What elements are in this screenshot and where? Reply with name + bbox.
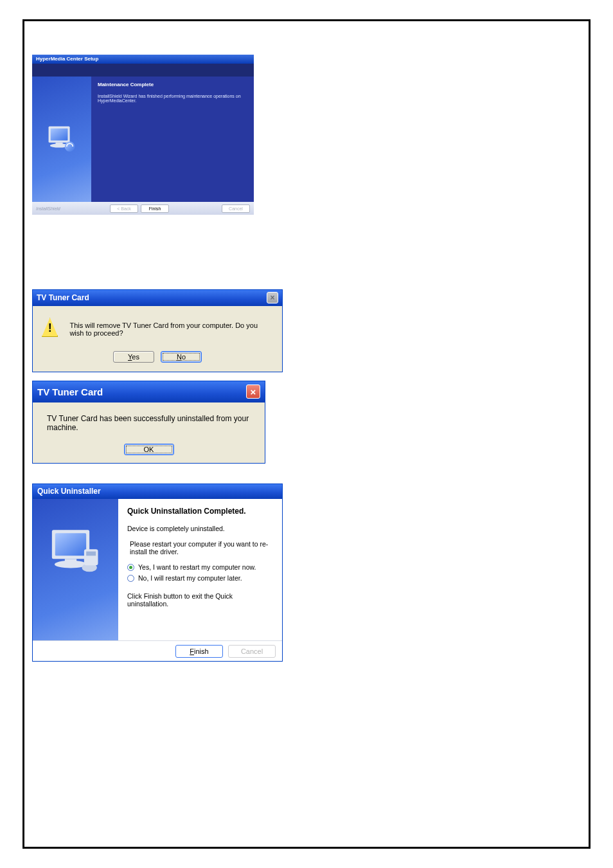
dialog4-line1: Device is completely uninstalled. bbox=[127, 525, 273, 532]
finish-button[interactable]: Finish bbox=[141, 204, 169, 213]
svg-rect-6 bbox=[55, 533, 86, 556]
radio-checked-icon bbox=[127, 564, 134, 571]
dialog1-banner bbox=[32, 64, 254, 77]
no-button[interactable]: No bbox=[161, 351, 202, 363]
cancel-button: Cancel bbox=[228, 645, 276, 658]
cancel-button: Cancel bbox=[222, 204, 250, 213]
dialog1-title: HyperMedia Center Setup bbox=[32, 55, 254, 64]
hypermedia-setup-dialog: HyperMedia Center Setup Maintenance Comp… bbox=[32, 55, 254, 215]
dialog2-title: TV Tuner Card bbox=[37, 293, 89, 302]
svg-rect-11 bbox=[86, 552, 96, 556]
radio-unchecked-icon bbox=[127, 575, 134, 582]
dialog3-title: TV Tuner Card bbox=[37, 386, 103, 397]
dialog3-message: TV Tuner Card has been successfully unin… bbox=[42, 414, 256, 432]
dialog4-side-graphic bbox=[33, 499, 118, 640]
dialog4-line2: Please restart your computer if you want… bbox=[127, 540, 273, 556]
tv-tuner-confirm-dialog: TV Tuner Card × ! This will remove TV Tu… bbox=[32, 289, 283, 372]
restart-later-radio[interactable]: No, I will restart my computer later. bbox=[127, 574, 273, 582]
quick-uninstaller-dialog: Quick Uninstaller Quick Uninstallation C… bbox=[32, 484, 283, 662]
ok-button[interactable]: OK bbox=[124, 444, 174, 455]
computer-icon bbox=[46, 125, 78, 154]
dialog1-body-text: InstallShield Wizard has finished perfor… bbox=[98, 94, 247, 103]
yes-button[interactable]: Yes bbox=[113, 351, 154, 363]
svg-point-8 bbox=[55, 561, 87, 568]
close-icon[interactable]: × bbox=[246, 384, 260, 399]
dialog1-side-graphic bbox=[32, 77, 91, 202]
dialog4-line3: Click Finish button to exit the Quick un… bbox=[127, 592, 273, 608]
quick-uninstall-heading: Quick Uninstallation Completed. bbox=[127, 507, 273, 516]
dialog4-title: Quick Uninstaller bbox=[37, 487, 101, 496]
svg-rect-1 bbox=[51, 128, 68, 140]
computer-icon bbox=[48, 528, 103, 579]
installshield-brand: InstallShield bbox=[36, 206, 60, 211]
back-button: < Back bbox=[110, 204, 138, 213]
maintenance-complete-heading: Maintenance Complete bbox=[98, 82, 247, 87]
svg-point-4 bbox=[65, 141, 75, 152]
warning-icon: ! bbox=[42, 318, 58, 337]
tv-tuner-success-dialog: TV Tuner Card × TV Tuner Card has been s… bbox=[32, 381, 265, 464]
close-icon: × bbox=[267, 292, 278, 303]
finish-button[interactable]: Finish bbox=[175, 645, 223, 658]
restart-now-radio[interactable]: Yes, I want to restart my computer now. bbox=[127, 563, 273, 571]
dialog2-message: This will remove TV Tuner Card from your… bbox=[69, 318, 273, 337]
